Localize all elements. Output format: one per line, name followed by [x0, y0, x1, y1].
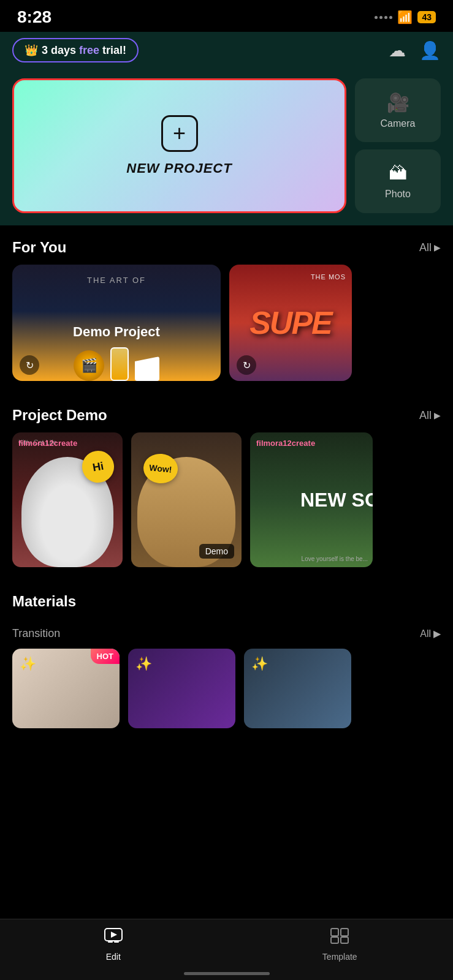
- arrow-icon-2: ▶: [434, 410, 441, 420]
- transition-card-1[interactable]: ✨ HOT: [12, 649, 120, 728]
- arrow-icon: ▶: [434, 243, 441, 252]
- status-bar: 8:28 📶 43: [0, 0, 453, 32]
- new-project-label: NEW PROJECT: [126, 160, 232, 176]
- for-you-section: For You All ▶ THE ART OF Demo Project 🎬 …: [0, 225, 453, 381]
- film-reel-icon: 🎬: [74, 350, 104, 381]
- materials-section: Materials Transition All ▶ ✨ HOT ✨ ✨: [0, 579, 453, 728]
- camera-icon: 🎥: [387, 92, 409, 113]
- free-word: free: [79, 44, 99, 56]
- svg-rect-5: [341, 929, 348, 936]
- photo-button[interactable]: 🏔 Photo: [355, 149, 441, 213]
- svg-marker-1: [111, 932, 117, 938]
- svg-rect-2: [108, 941, 113, 943]
- for-you-header: For You All ▶: [12, 239, 441, 256]
- materials-header: Materials: [12, 593, 441, 619]
- battery-indicator: 43: [417, 11, 436, 23]
- transition-icon-1: ✨: [20, 656, 36, 672]
- transition-icon-2: ✨: [135, 656, 152, 672]
- plus-icon: +: [161, 115, 198, 152]
- edit-nav-icon: [104, 928, 123, 948]
- status-time: 8:28: [17, 7, 51, 27]
- project-card-3[interactable]: filmora12create NEW SC Love yourself is …: [250, 432, 373, 567]
- nav-template[interactable]: Template: [227, 928, 454, 962]
- wifi-icon: 📶: [397, 10, 413, 24]
- transition-card-2[interactable]: ✨: [128, 649, 235, 728]
- transition-icon-3: ✨: [251, 656, 268, 672]
- hot-badge: HOT: [91, 649, 120, 664]
- nav-edit[interactable]: Edit: [0, 928, 227, 962]
- user-icon[interactable]: 👤: [419, 40, 441, 61]
- main-content: + NEW PROJECT 🎥 Camera 🏔 Photo: [0, 70, 453, 225]
- love-label: Love yourself is the be...: [302, 556, 368, 562]
- edit-nav-label: Edit: [106, 952, 121, 962]
- project-demo-title: Project Demo: [12, 407, 107, 424]
- project-card-2[interactable]: Wow! Demo: [131, 432, 242, 567]
- transition-label: Transition: [12, 627, 60, 640]
- header-icons: ☁ 👤: [389, 40, 441, 61]
- card-subtitle: THE ART OF: [87, 276, 146, 285]
- trial-badge[interactable]: 👑 3 days free trial!: [12, 38, 139, 62]
- photo-label: Photo: [385, 189, 411, 200]
- quick-actions: 🎥 Camera 🏔 Photo: [355, 78, 441, 213]
- crown-icon: 👑: [25, 43, 38, 57]
- project-demo-header: Project Demo All ▶: [12, 407, 441, 424]
- for-you-scroll: THE ART OF Demo Project 🎬 ↻ THE MOS SUPE…: [12, 265, 441, 381]
- home-indicator: [184, 972, 270, 975]
- new-project-button[interactable]: + NEW PROJECT: [12, 78, 346, 213]
- replay-button-2[interactable]: ↻: [237, 355, 256, 375]
- transition-header: Transition All ▶: [12, 627, 441, 640]
- template-nav-icon: [330, 928, 349, 948]
- replay-icon: ↻: [26, 360, 34, 371]
- transition-scroll: ✨ HOT ✨ ✨: [12, 649, 441, 728]
- card-top-label: THE MOS: [311, 273, 346, 281]
- filmora-watermark-2: filmora12create: [256, 439, 315, 448]
- svg-rect-6: [331, 937, 338, 943]
- project-card-1[interactable]: Kitty Cat Life filmora12create Hi: [12, 432, 123, 567]
- svg-rect-4: [331, 929, 338, 936]
- transition-card-3[interactable]: ✨: [244, 649, 351, 728]
- demo-badge: Demo: [199, 544, 234, 559]
- cloud-icon[interactable]: ☁: [389, 40, 406, 61]
- camera-button[interactable]: 🎥 Camera: [355, 78, 441, 142]
- materials-title: Materials: [12, 593, 76, 610]
- transition-all-button[interactable]: All ▶: [420, 628, 441, 639]
- replay-icon-2: ↻: [243, 360, 251, 371]
- app-header: 👑 3 days free trial! ☁ 👤: [0, 32, 453, 70]
- for-you-all-button[interactable]: All ▶: [419, 241, 441, 254]
- for-you-card-1[interactable]: THE ART OF Demo Project 🎬 ↻: [12, 265, 221, 381]
- trial-text: 3 days free trial!: [42, 44, 126, 57]
- filmora-watermark-1: filmora12create: [18, 439, 77, 448]
- new-sc-text: NEW SC: [300, 489, 373, 511]
- status-icons: 📶 43: [375, 10, 436, 24]
- clap-icon: [135, 356, 159, 381]
- replay-button-1[interactable]: ↻: [20, 355, 39, 375]
- super-text: SUPE: [249, 304, 332, 341]
- template-nav-label: Template: [322, 952, 357, 962]
- photo-icon: 🏔: [389, 163, 407, 184]
- arrow-icon-3: ▶: [433, 628, 441, 639]
- project-demo-scroll: Kitty Cat Life filmora12create Hi Wow! D…: [12, 432, 441, 567]
- for-you-card-2[interactable]: THE MOS SUPE ↻: [229, 265, 352, 381]
- phone-element: [110, 347, 129, 381]
- svg-rect-7: [341, 937, 348, 943]
- svg-rect-3: [114, 941, 119, 943]
- signal-icon: [375, 16, 392, 19]
- top-row: + NEW PROJECT 🎥 Camera 🏔 Photo: [12, 78, 441, 225]
- for-you-title: For You: [12, 239, 66, 256]
- project-demo-section: Project Demo All ▶ Kitty Cat Life filmor…: [0, 393, 453, 567]
- card-visual: 🎬: [12, 320, 221, 381]
- project-demo-all-button[interactable]: All ▶: [419, 409, 441, 422]
- camera-label: Camera: [381, 118, 416, 129]
- bottom-nav: Edit Template: [0, 919, 453, 980]
